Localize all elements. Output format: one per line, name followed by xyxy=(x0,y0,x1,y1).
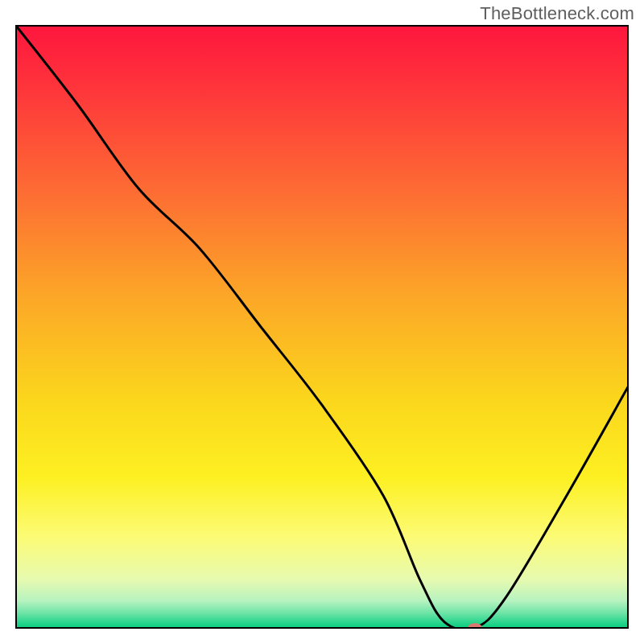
background-gradient xyxy=(16,26,628,628)
watermark-label: TheBottleneck.com xyxy=(480,3,634,24)
chart-svg xyxy=(0,0,644,644)
bottleneck-chart: TheBottleneck.com xyxy=(0,0,644,644)
